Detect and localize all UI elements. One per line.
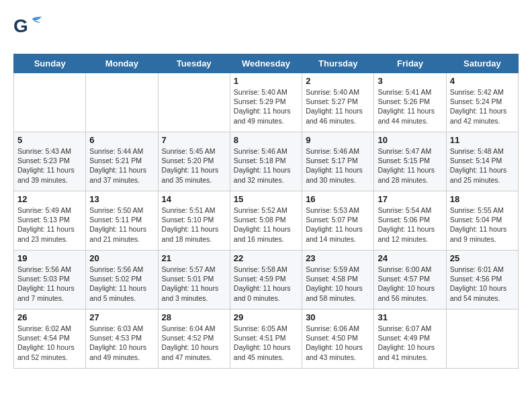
day-info: Sunrise: 5:55 AM Sunset: 5:04 PM Dayligh… xyxy=(450,205,515,244)
calendar-cell: 5Sunrise: 5:43 AM Sunset: 5:23 PM Daylig… xyxy=(14,132,86,191)
day-info: Sunrise: 5:48 AM Sunset: 5:14 PM Dayligh… xyxy=(450,146,515,185)
day-info: Sunrise: 6:07 AM Sunset: 4:49 PM Dayligh… xyxy=(378,324,442,362)
day-info: Sunrise: 5:58 AM Sunset: 4:59 PM Dayligh… xyxy=(234,265,298,303)
calendar-cell: 27Sunrise: 6:03 AM Sunset: 4:53 PM Dayli… xyxy=(86,310,158,369)
day-info: Sunrise: 6:06 AM Sunset: 4:50 PM Dayligh… xyxy=(306,324,370,362)
logo: G xyxy=(13,13,44,43)
calendar-cell: 17Sunrise: 5:54 AM Sunset: 5:06 PM Dayli… xyxy=(374,191,446,250)
calendar-cell: 7Sunrise: 5:45 AM Sunset: 5:20 PM Daylig… xyxy=(158,132,230,191)
day-info: Sunrise: 5:46 AM Sunset: 5:18 PM Dayligh… xyxy=(234,146,298,185)
day-number: 1 xyxy=(234,76,298,86)
calendar-cell: 28Sunrise: 6:04 AM Sunset: 4:52 PM Dayli… xyxy=(158,310,230,369)
day-number: 24 xyxy=(378,253,442,263)
calendar-cell xyxy=(14,73,86,132)
day-info: Sunrise: 5:46 AM Sunset: 5:17 PM Dayligh… xyxy=(306,146,370,185)
day-info: Sunrise: 5:59 AM Sunset: 4:58 PM Dayligh… xyxy=(306,265,370,303)
calendar-cell: 8Sunrise: 5:46 AM Sunset: 5:18 PM Daylig… xyxy=(230,132,302,191)
day-number: 25 xyxy=(450,253,515,263)
logo-icon: G xyxy=(13,13,43,43)
day-info: Sunrise: 5:41 AM Sunset: 5:26 PM Dayligh… xyxy=(378,87,442,126)
day-number: 3 xyxy=(378,76,442,86)
day-number: 19 xyxy=(17,253,82,263)
svg-text:G: G xyxy=(13,15,28,36)
weekday-header-thursday: Thursday xyxy=(302,54,374,73)
day-info: Sunrise: 5:53 AM Sunset: 5:07 PM Dayligh… xyxy=(306,205,370,244)
day-number: 23 xyxy=(306,253,370,263)
weekday-header-tuesday: Tuesday xyxy=(158,54,230,73)
calendar-cell: 23Sunrise: 5:59 AM Sunset: 4:58 PM Dayli… xyxy=(302,250,374,310)
day-number: 9 xyxy=(306,135,370,145)
day-number: 12 xyxy=(17,194,82,204)
day-info: Sunrise: 5:40 AM Sunset: 5:29 PM Dayligh… xyxy=(234,87,298,126)
day-number: 10 xyxy=(378,135,442,145)
calendar-cell: 29Sunrise: 6:05 AM Sunset: 4:51 PM Dayli… xyxy=(230,310,302,369)
page-header: G xyxy=(13,13,519,43)
calendar-week-row: 19Sunrise: 5:56 AM Sunset: 5:03 PM Dayli… xyxy=(14,250,519,310)
calendar-cell: 21Sunrise: 5:57 AM Sunset: 5:01 PM Dayli… xyxy=(158,250,230,310)
day-info: Sunrise: 5:47 AM Sunset: 5:15 PM Dayligh… xyxy=(378,146,442,185)
calendar-table: SundayMondayTuesdayWednesdayThursdayFrid… xyxy=(13,54,519,369)
day-number: 17 xyxy=(378,194,442,204)
day-number: 26 xyxy=(17,312,82,322)
calendar-cell: 26Sunrise: 6:02 AM Sunset: 4:54 PM Dayli… xyxy=(14,310,86,369)
day-info: Sunrise: 5:43 AM Sunset: 5:23 PM Dayligh… xyxy=(17,146,82,185)
calendar-cell: 13Sunrise: 5:50 AM Sunset: 5:11 PM Dayli… xyxy=(86,191,158,250)
calendar-cell: 30Sunrise: 6:06 AM Sunset: 4:50 PM Dayli… xyxy=(302,310,374,369)
calendar-cell: 20Sunrise: 5:56 AM Sunset: 5:02 PM Dayli… xyxy=(86,250,158,310)
calendar-cell: 16Sunrise: 5:53 AM Sunset: 5:07 PM Dayli… xyxy=(302,191,374,250)
calendar-cell: 25Sunrise: 6:01 AM Sunset: 4:56 PM Dayli… xyxy=(446,250,518,310)
day-info: Sunrise: 5:57 AM Sunset: 5:01 PM Dayligh… xyxy=(162,265,226,303)
day-info: Sunrise: 6:00 AM Sunset: 4:57 PM Dayligh… xyxy=(378,265,442,303)
day-info: Sunrise: 5:45 AM Sunset: 5:20 PM Dayligh… xyxy=(162,146,226,185)
day-info: Sunrise: 5:40 AM Sunset: 5:27 PM Dayligh… xyxy=(306,87,370,126)
day-number: 6 xyxy=(89,135,154,145)
calendar-cell: 15Sunrise: 5:52 AM Sunset: 5:08 PM Dayli… xyxy=(230,191,302,250)
calendar-cell: 14Sunrise: 5:51 AM Sunset: 5:10 PM Dayli… xyxy=(158,191,230,250)
day-info: Sunrise: 5:44 AM Sunset: 5:21 PM Dayligh… xyxy=(89,146,154,185)
day-number: 8 xyxy=(234,135,298,145)
day-info: Sunrise: 5:42 AM Sunset: 5:24 PM Dayligh… xyxy=(450,87,515,126)
calendar-cell: 18Sunrise: 5:55 AM Sunset: 5:04 PM Dayli… xyxy=(446,191,518,250)
day-info: Sunrise: 5:52 AM Sunset: 5:08 PM Dayligh… xyxy=(234,205,298,244)
calendar-cell xyxy=(446,310,518,369)
day-info: Sunrise: 6:03 AM Sunset: 4:53 PM Dayligh… xyxy=(89,324,154,362)
day-number: 5 xyxy=(17,135,82,145)
calendar-cell: 31Sunrise: 6:07 AM Sunset: 4:49 PM Dayli… xyxy=(374,310,446,369)
day-info: Sunrise: 6:04 AM Sunset: 4:52 PM Dayligh… xyxy=(162,324,226,362)
calendar-cell: 11Sunrise: 5:48 AM Sunset: 5:14 PM Dayli… xyxy=(446,132,518,191)
calendar-cell: 9Sunrise: 5:46 AM Sunset: 5:17 PM Daylig… xyxy=(302,132,374,191)
day-number: 18 xyxy=(450,194,515,204)
calendar-cell: 3Sunrise: 5:41 AM Sunset: 5:26 PM Daylig… xyxy=(374,73,446,132)
day-number: 2 xyxy=(306,76,370,86)
day-info: Sunrise: 5:51 AM Sunset: 5:10 PM Dayligh… xyxy=(162,205,226,244)
day-number: 16 xyxy=(306,194,370,204)
calendar-cell: 19Sunrise: 5:56 AM Sunset: 5:03 PM Dayli… xyxy=(14,250,86,310)
calendar-week-row: 1Sunrise: 5:40 AM Sunset: 5:29 PM Daylig… xyxy=(14,73,519,132)
calendar-week-row: 5Sunrise: 5:43 AM Sunset: 5:23 PM Daylig… xyxy=(14,132,519,191)
day-number: 13 xyxy=(89,194,154,204)
calendar-week-row: 12Sunrise: 5:49 AM Sunset: 5:13 PM Dayli… xyxy=(14,191,519,250)
weekday-header-sunday: Sunday xyxy=(14,54,86,73)
calendar-cell: 10Sunrise: 5:47 AM Sunset: 5:15 PM Dayli… xyxy=(374,132,446,191)
calendar-cell: 6Sunrise: 5:44 AM Sunset: 5:21 PM Daylig… xyxy=(86,132,158,191)
calendar-week-row: 26Sunrise: 6:02 AM Sunset: 4:54 PM Dayli… xyxy=(14,310,519,369)
calendar-cell: 12Sunrise: 5:49 AM Sunset: 5:13 PM Dayli… xyxy=(14,191,86,250)
day-info: Sunrise: 5:49 AM Sunset: 5:13 PM Dayligh… xyxy=(17,205,82,244)
day-info: Sunrise: 6:02 AM Sunset: 4:54 PM Dayligh… xyxy=(17,324,82,362)
weekday-header-friday: Friday xyxy=(374,54,446,73)
day-number: 29 xyxy=(234,312,298,322)
day-number: 20 xyxy=(89,253,154,263)
calendar-cell: 4Sunrise: 5:42 AM Sunset: 5:24 PM Daylig… xyxy=(446,73,518,132)
calendar-cell: 2Sunrise: 5:40 AM Sunset: 5:27 PM Daylig… xyxy=(302,73,374,132)
day-number: 27 xyxy=(89,312,154,322)
day-number: 4 xyxy=(450,76,515,86)
day-number: 28 xyxy=(162,312,226,322)
day-number: 11 xyxy=(450,135,515,145)
day-info: Sunrise: 6:05 AM Sunset: 4:51 PM Dayligh… xyxy=(234,324,298,362)
weekday-header-monday: Monday xyxy=(86,54,158,73)
day-info: Sunrise: 5:50 AM Sunset: 5:11 PM Dayligh… xyxy=(89,205,154,244)
calendar-cell: 1Sunrise: 5:40 AM Sunset: 5:29 PM Daylig… xyxy=(230,73,302,132)
day-number: 30 xyxy=(306,312,370,322)
day-number: 21 xyxy=(162,253,226,263)
day-number: 7 xyxy=(162,135,226,145)
